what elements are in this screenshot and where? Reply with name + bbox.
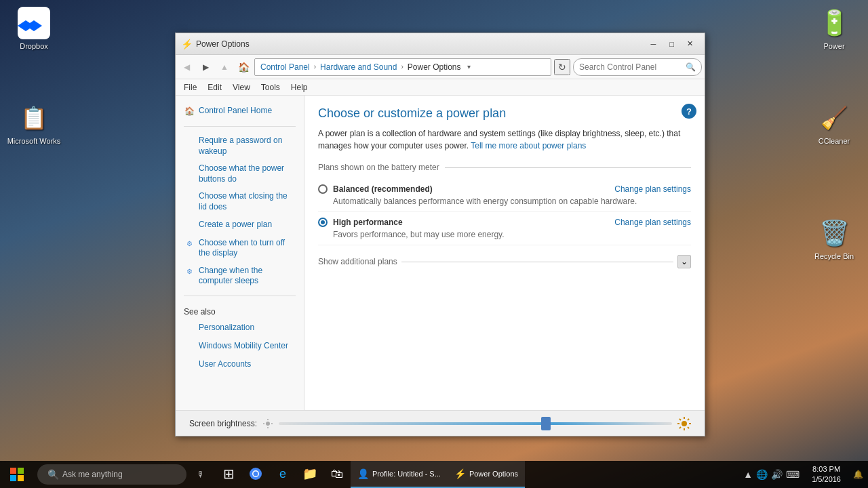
mobility-icon [184, 342, 195, 352]
power-btn-icon [184, 164, 195, 175]
sidebar-item-create-plan[interactable]: Create a power plan [176, 216, 304, 235]
taskbar-search[interactable]: 🔍 Ask me anything [37, 464, 186, 485]
taskbar-power-label: Power Options [469, 470, 518, 478]
lid-icon [184, 192, 195, 203]
svg-line-16 [679, 427, 681, 428]
taskbar: 🔍 Ask me anything 🎙 ⊞ e 📁 🛍 👤 Profile: U… [0, 461, 868, 488]
desktop: Dropbox 🔋 Power 📋 Microsoft Works 🧹 CCle… [0, 0, 868, 488]
sidebar-turn-off-label: Choose when to turn off the display [199, 238, 296, 259]
sidebar-item-power-buttons[interactable]: Choose what the power buttons do [176, 160, 304, 188]
svg-line-15 [688, 418, 689, 420]
address-dropdown[interactable]: ▾ [464, 59, 475, 75]
menu-view[interactable]: View [227, 81, 256, 94]
plan-high-performance-change-link[interactable]: Change plan settings [614, 218, 691, 227]
nav-bar: ◀ ▶ ▲ 🏠 Control Panel › Hardware and Sou… [176, 55, 705, 79]
expand-tray-icon[interactable]: ▲ [743, 469, 753, 480]
main-description: A power plan is a collection of hardware… [318, 127, 691, 152]
ccleaner-icon[interactable]: 🧹 CCleaner [807, 102, 861, 145]
taskbar-task-view[interactable]: ⊞ [215, 461, 242, 488]
address-bar: Control Panel › Hardware and Sound › Pow… [254, 58, 551, 76]
keyboard-icon[interactable]: ⌨ [786, 469, 800, 480]
microsoft-works-icon[interactable]: 📋 Microsoft Works [7, 102, 61, 145]
display-icon: ⚙ [184, 239, 195, 249]
search-bar: 🔍 [573, 58, 702, 76]
dropbox-icon[interactable]: Dropbox [7, 7, 61, 50]
taskbar-system-tray: ▲ 🌐 🔊 ⌨ 8:03 PM 1/5/2016 🔔 [738, 461, 868, 488]
show-additional-divider [401, 262, 673, 262]
taskbar-clock[interactable]: 8:03 PM 1/5/2016 [805, 464, 848, 485]
svg-point-23 [254, 472, 258, 476]
plan-balanced-change-link[interactable]: Change plan settings [614, 184, 691, 194]
breadcrumb-current: Power Options [405, 61, 464, 73]
sidebar-item-user-accounts[interactable]: User Accounts [176, 356, 304, 374]
windows-logo [10, 468, 24, 481]
taskbar-chrome[interactable] [242, 461, 269, 488]
sidebar-item-closing-lid[interactable]: Choose what closing the lid does [176, 188, 304, 216]
home-button[interactable]: 🏠 [235, 59, 252, 75]
menu-help[interactable]: Help [285, 81, 313, 94]
sidebar-item-cp-home[interactable]: 🏠 Control Panel Home [176, 102, 304, 121]
sys-icons: ▲ 🌐 🔊 ⌨ [738, 469, 805, 480]
svg-rect-19 [10, 475, 16, 481]
brightness-dim-icon [262, 418, 273, 429]
taskbar-ie[interactable]: e [269, 461, 296, 488]
window-icon: ⚡ [181, 39, 192, 49]
brightness-thumb[interactable] [541, 417, 551, 430]
sidebar-item-require-password[interactable]: Require a password on wakeup [176, 132, 304, 160]
plan-high-performance: High performance Change plan settings Fa… [318, 212, 691, 245]
close-button[interactable]: ✕ [681, 37, 699, 51]
minimize-button[interactable]: ─ [644, 37, 663, 51]
forward-button[interactable]: ▶ [197, 59, 214, 75]
plans-section-label: Plans shown on the battery meter [318, 163, 439, 172]
breadcrumb-sep-2: › [401, 63, 403, 70]
volume-icon[interactable]: 🔊 [771, 469, 783, 480]
taskbar-power-options-item[interactable]: ⚡ Power Options [448, 461, 525, 488]
plan-balanced-radio-label[interactable]: Balanced (recommended) [318, 184, 433, 194]
search-icon: 🔍 [686, 62, 696, 72]
menu-file[interactable]: File [178, 81, 202, 94]
start-button[interactable] [0, 461, 34, 488]
svg-point-3 [266, 422, 270, 426]
power-options-window: ⚡ Power Options ─ □ ✕ ◀ ▶ ▲ 🏠 Control Pa… [175, 33, 705, 436]
power-desktop-icon[interactable]: 🔋 Power [807, 7, 861, 50]
back-button[interactable]: ◀ [178, 59, 195, 75]
svg-rect-18 [18, 468, 24, 474]
plan-high-performance-header: High performance Change plan settings [318, 218, 691, 227]
window-controls: ─ □ ✕ [644, 37, 699, 51]
sidebar-item-personalization[interactable]: Personalization [176, 319, 304, 338]
brightness-slider[interactable] [279, 422, 672, 425]
breadcrumb-control-panel[interactable]: Control Panel [258, 61, 313, 73]
search-input[interactable] [579, 62, 682, 72]
show-additional-label: Show additional plans [318, 257, 397, 266]
taskbar-date: 1/5/2016 [812, 474, 841, 485]
sidebar-create-plan-label: Create a power plan [199, 220, 272, 230]
sidebar-item-mobility-center[interactable]: Windows Mobility Center [176, 338, 304, 356]
breadcrumb-hardware[interactable]: Hardware and Sound [317, 61, 399, 73]
recycle-bin-icon[interactable]: 🗑️ Recycle Bin [807, 217, 861, 260]
sidebar-item-computer-sleeps[interactable]: ⚙ Change when the computer sleeps [176, 262, 304, 290]
plan-balanced-radio[interactable] [318, 184, 328, 194]
sidebar-item-turn-off-display[interactable]: ⚙ Choose when to turn off the display [176, 235, 304, 262]
sidebar-sleeps-label: Change when the computer sleeps [199, 266, 296, 287]
show-additional-row[interactable]: Show additional plans ⌄ [318, 255, 691, 268]
menu-edit[interactable]: Edit [202, 81, 227, 94]
menu-tools[interactable]: Tools [256, 81, 285, 94]
taskbar-profile-item[interactable]: 👤 Profile: Untitled - S... [351, 461, 448, 488]
password-icon [184, 136, 195, 147]
up-button[interactable]: ▲ [216, 59, 233, 75]
help-button[interactable]: ? [682, 104, 696, 119]
taskbar-mic-button[interactable]: 🎙 [190, 464, 212, 485]
brightness-bright-icon [677, 417, 691, 430]
taskbar-file-explorer[interactable]: 📁 [296, 461, 323, 488]
show-additional-button[interactable]: ⌄ [677, 255, 691, 268]
taskbar-store[interactable]: 🛍 [323, 461, 351, 488]
tell-me-link[interactable]: Tell me more about power plans [471, 141, 586, 150]
refresh-button[interactable]: ↻ [554, 59, 570, 75]
sidebar-user-accounts-label: User Accounts [199, 359, 251, 370]
plan-high-performance-radio[interactable] [318, 218, 328, 227]
maximize-button[interactable]: □ [663, 37, 681, 51]
sidebar-closing-lid-label: Choose what closing the lid does [199, 191, 296, 212]
plan-high-performance-radio-label[interactable]: High performance [318, 218, 403, 227]
notification-button[interactable]: 🔔 [848, 461, 868, 488]
network-icon[interactable]: 🌐 [756, 469, 768, 480]
